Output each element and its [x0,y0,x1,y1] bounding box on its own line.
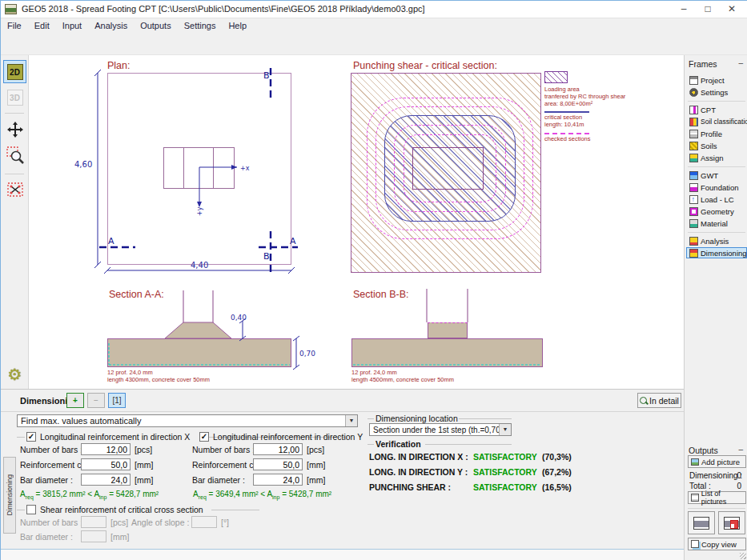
app-icon [5,4,17,14]
sidebar-item-soil-classification[interactable]: Soil classification [686,116,747,127]
sidebar-item-foundation[interactable]: Foundation [686,182,747,193]
sidebar-item-dimensioning[interactable]: Dimensioning [686,247,747,258]
shear-angle-unit: [°] [221,518,229,527]
verification-row-percent: (67,2%) [542,467,572,477]
status-bar [1,549,684,560]
view-2d-button[interactable]: 2D [3,60,26,83]
view-3d-button[interactable]: 3D [3,86,26,109]
cpt-icon [689,106,698,114]
frames-minimize-button[interactable]: – [738,58,743,67]
zoom-fit-button[interactable] [3,178,26,201]
print-preview-button[interactable] [718,511,745,534]
add-dimensioning-button[interactable]: + [66,393,84,408]
shear-angle-input[interactable] [191,516,217,528]
shear-number-of-bars-input[interactable] [81,516,106,528]
dropdown-arrow-icon[interactable]: ▼ [345,415,357,426]
checkbox-shear[interactable] [26,505,36,514]
y-bar-diameter-input[interactable] [253,474,303,486]
divider [367,444,374,445]
view-tool-strip: 2D 3D ⚙ [1,55,29,389]
window-title: GEO5 2018 - Spread Footing CPT [C:\Users… [22,4,425,14]
x-bar-diameter-input[interactable] [81,474,131,486]
x-bar-diameter-unit: [mm] [135,475,153,485]
sidebar-item-profile[interactable]: Profile [686,128,747,139]
menu-settings[interactable]: Settings [178,18,223,33]
divider [688,166,745,167]
zoom-button[interactable] [3,143,26,166]
add-picture-button[interactable]: Add picture [688,455,746,468]
dimensioning-side-tab[interactable]: Dimensioning [3,457,16,534]
sidebar-item-gwt[interactable]: GWT [686,170,747,181]
sidebar-item-analysis[interactable]: Analysis [686,235,747,246]
sidebar-item-assign[interactable]: Assign [686,152,747,163]
x-reinf-cover-input[interactable] [81,458,131,470]
x-number-of-bars-input[interactable] [81,443,131,455]
checkbox-long-x[interactable]: ✓ [26,432,36,442]
settings-gear-icon [689,88,698,97]
sidebar-item-soils[interactable]: Soils [686,140,747,151]
sidebar-item-project[interactable]: Project [686,74,747,86]
shear-bar-diameter-input[interactable] [81,530,106,542]
divider [5,113,24,114]
verification-row-status: SATISFACTORY [473,467,537,477]
copy-view-button[interactable]: Copy view [688,538,746,550]
location-dropdown[interactable]: Section under the 1st step (th.=0,70 m) … [369,423,512,436]
shear-group-label: Shear reinforcement of critical cross se… [26,505,203,514]
remove-dimensioning-button[interactable]: − [87,393,105,408]
pan-button[interactable] [3,118,26,141]
verification-row-status: SATISFACTORY [473,482,537,492]
menu-file[interactable]: File [1,18,28,33]
svg-text:+x: +x [240,165,250,172]
menu-help[interactable]: Help [222,18,253,33]
dimensioning-icon [689,249,698,258]
y-number-of-bars-input[interactable] [253,443,303,455]
dimension-overlay: 4,60 4,40 +x +y A A B B [29,55,684,389]
svg-text:+y: +y [196,206,203,216]
dropdown-arrow-icon[interactable]: ▼ [499,424,511,435]
y-area-result: Areq = 3649,4 mm² < Ainp = 5428,7 mm² [193,490,331,500]
outputs-minimize-button[interactable]: – [738,445,743,454]
outputs-panel-title: Outputs [689,446,718,455]
print-button[interactable] [688,511,715,534]
add-picture-icon [691,458,699,466]
checkbox-long-y[interactable]: ✓ [199,432,209,442]
svg-text:4,60: 4,60 [74,160,92,169]
analysis-icon [689,237,698,246]
shear-number-of-bars-label: Number of bars : [20,518,82,527]
list-of-pictures-button[interactable]: List of pictures [688,491,746,504]
dimensioning-number-button[interactable]: [1] [108,393,126,408]
resize-grip[interactable] [740,553,746,559]
y-reinf-cover-input[interactable] [253,458,303,470]
zoom-icon [6,146,24,164]
sidebar-item-cpt[interactable]: CPT [686,104,747,115]
dimensioning-panel: Dimensioning Dimensioning : + − [1] In d… [1,389,684,549]
settings-gear-button[interactable]: ⚙ [3,362,26,386]
sidebar-item-load-lc[interactable]: Load - LC [686,194,747,205]
menu-outputs[interactable]: Outputs [134,18,178,33]
foundation-icon [689,183,698,192]
menu-input[interactable]: Input [56,18,88,33]
sidebar-item-settings[interactable]: Settings [686,86,747,98]
menu-edit[interactable]: Edit [28,18,56,33]
minimize-button[interactable]: – [672,1,696,18]
app-window: GEO5 2018 - Spread Footing CPT [C:\Users… [0,0,747,560]
sidebar-item-material[interactable]: Material [686,218,747,229]
sidebar-item-geometry[interactable]: Geometry [686,206,747,217]
svg-text:0,70: 0,70 [299,350,315,358]
material-icon [689,219,698,228]
menu-analysis[interactable]: Analysis [88,18,134,33]
mode-dropdown[interactable]: Find max. values automatically ▼ [17,414,358,427]
maximize-button[interactable]: □ [696,1,720,18]
in-detail-button[interactable]: In detail [637,393,681,408]
svg-text:A: A [290,236,296,246]
menu-bar: File Edit Input Analysis Outputs Setting… [1,18,747,33]
shear-bar-diameter-unit: [mm] [110,532,129,542]
outputs-dimensioning-label: Dimensioning : [689,471,742,480]
drawing-canvas[interactable]: Plan: Punching shear - critical section:… [29,55,684,389]
long-x-group-label: ✓ Longitudinal reinforcement in directio… [26,432,190,442]
divider [688,101,745,102]
y-number-of-bars-label: Number of bars : [192,445,255,454]
close-button[interactable]: ✕ [720,1,744,18]
project-icon [689,76,698,85]
verification-row-status: SATISFACTORY [473,452,537,462]
